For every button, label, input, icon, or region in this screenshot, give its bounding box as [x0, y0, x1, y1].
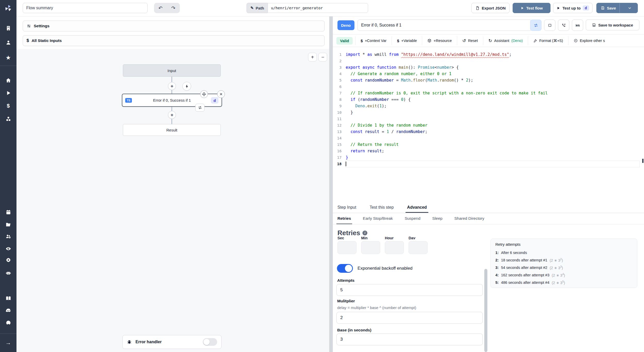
- favorites-icon[interactable]: ★: [0, 54, 16, 61]
- trigger-icon[interactable]: [182, 82, 191, 91]
- early-stop-button[interactable]: [544, 20, 555, 31]
- windmill-logo-icon[interactable]: [0, 0, 16, 16]
- input-node[interactable]: Input: [123, 64, 221, 77]
- code-line[interactable]: 8 if (randomNumber === 0) {: [333, 96, 644, 103]
- file-export-icon: [475, 6, 480, 10]
- assistant-button[interactable]: ↻Assistant (Deno): [483, 36, 528, 45]
- error-handler-toggle[interactable]: [203, 338, 217, 346]
- code-line[interactable]: 18: [333, 161, 644, 167]
- step-retry-indicator[interactable]: [195, 104, 205, 112]
- audit-logs-icon[interactable]: [0, 245, 16, 252]
- line-number: 9: [333, 104, 342, 108]
- code-editor[interactable]: 1import * as wmill from "https://deno.la…: [333, 47, 644, 202]
- tab-advanced[interactable]: Advanced: [407, 203, 427, 213]
- save-button[interactable]: Save: [597, 3, 620, 13]
- insert-step-above-button[interactable]: +: [168, 82, 176, 90]
- exponential-backoff-label: Exponential backoff enabled: [358, 266, 412, 271]
- min-input[interactable]: [361, 241, 380, 254]
- all-static-inputs-button[interactable]: $ All Static Inputs: [23, 35, 325, 46]
- code-line[interactable]: 5 const randomNumber = Math.floor(Math.r…: [333, 77, 644, 83]
- panel-splitter[interactable]: [329, 16, 333, 352]
- result-node[interactable]: Result: [123, 124, 221, 136]
- day-input[interactable]: [409, 241, 428, 254]
- discord-icon[interactable]: [0, 306, 16, 314]
- panel-scrollbar[interactable]: [484, 269, 487, 352]
- home-icon[interactable]: [0, 76, 16, 84]
- code-line[interactable]: 9 Deno.exit(1);: [333, 103, 644, 109]
- exponential-backoff-toggle[interactable]: [337, 264, 353, 273]
- test-flow-button[interactable]: Test flow: [513, 3, 550, 13]
- subtab-suspend[interactable]: Suspend: [405, 213, 420, 224]
- subtab-early-stop-break[interactable]: Early Stop/Break: [363, 213, 393, 224]
- add-context-var-button[interactable]: $+Context Var: [355, 36, 392, 45]
- delete-step-button[interactable]: ×: [217, 90, 225, 98]
- reset-button[interactable]: ↺Reset: [457, 36, 483, 45]
- variables-icon[interactable]: $: [0, 102, 16, 110]
- subtab-shared-directory[interactable]: Shared Directory: [454, 213, 484, 224]
- suspend-button[interactable]: [558, 20, 569, 31]
- github-icon[interactable]: [0, 319, 16, 327]
- move-step-button[interactable]: [200, 90, 208, 98]
- code-line[interactable]: 2: [333, 58, 644, 64]
- code-line[interactable]: 4 // Generate a random number, either 0 …: [333, 71, 644, 77]
- docs-icon[interactable]: [0, 294, 16, 302]
- retries-toggle-button[interactable]: [530, 20, 541, 31]
- tab-step-input[interactable]: Step Input: [337, 203, 356, 213]
- user-icon[interactable]: [0, 39, 16, 46]
- code-line[interactable]: 13 const result = 1 / randomNumber;: [333, 128, 644, 135]
- code-line[interactable]: 6: [333, 83, 644, 90]
- sec-input[interactable]: [337, 241, 357, 254]
- add-resource-button[interactable]: +Resource: [422, 36, 457, 45]
- hour-input[interactable]: [385, 241, 404, 254]
- flow-summary-input[interactable]: Flow summary: [23, 3, 148, 13]
- code-line[interactable]: 12 // Divide 1 by the random number: [333, 122, 644, 128]
- save-to-workspace-button[interactable]: Save to workspace: [586, 20, 639, 30]
- line-number: 12: [333, 123, 342, 127]
- tab-test-this-step[interactable]: Test this step: [370, 203, 394, 213]
- sleep-button[interactable]: [572, 20, 583, 31]
- step-title-input[interactable]: Error if 0, Success if 1: [358, 20, 532, 31]
- subtab-retries[interactable]: Retries: [337, 213, 351, 224]
- line-number: 13: [333, 130, 342, 134]
- export-json-button[interactable]: Export JSON: [471, 3, 510, 13]
- code-line[interactable]: 11: [333, 116, 644, 122]
- save-dropdown-button[interactable]: [622, 3, 638, 13]
- test-up-to-button[interactable]: Test up to d: [553, 3, 592, 13]
- code-line[interactable]: 1import * as wmill from "https://deno.la…: [333, 51, 644, 58]
- attempts-input[interactable]: 5: [336, 284, 483, 296]
- code-line[interactable]: 15 // Return the result: [333, 141, 644, 148]
- undo-icon[interactable]: ↶: [154, 5, 167, 11]
- subtab-sleep[interactable]: Sleep: [432, 213, 443, 224]
- workers-icon[interactable]: [0, 269, 16, 277]
- bug-icon: [127, 339, 132, 345]
- info-icon[interactable]: i: [362, 231, 367, 235]
- insert-step-below-button[interactable]: +: [168, 111, 176, 119]
- format-button[interactable]: Format (⌘+S): [528, 36, 568, 45]
- runs-icon[interactable]: [0, 89, 16, 97]
- canvas-zoom-in-button[interactable]: +: [308, 53, 317, 61]
- canvas-zoom-out-button[interactable]: −: [318, 53, 327, 61]
- resources-icon[interactable]: [0, 115, 16, 123]
- schedules-icon[interactable]: [0, 208, 16, 216]
- add-variable-button[interactable]: $+Variable: [392, 36, 422, 45]
- settings-icon[interactable]: [0, 256, 16, 264]
- flow-settings-button[interactable]: Settings: [23, 21, 325, 31]
- code-line[interactable]: 7 // If randomNumber is 0, exit the scri…: [333, 90, 644, 96]
- expand-sidebar-icon[interactable]: →: [0, 339, 16, 347]
- code-line[interactable]: 17}: [333, 154, 644, 161]
- code-line[interactable]: 14: [333, 135, 644, 141]
- base-input[interactable]: 3: [336, 333, 483, 345]
- workspace-icon[interactable]: [0, 24, 16, 32]
- code-line[interactable]: 10 }: [333, 109, 644, 116]
- code-line[interactable]: 16 return result;: [333, 148, 644, 154]
- folders-icon[interactable]: [0, 221, 16, 228]
- groups-icon[interactable]: [0, 232, 16, 240]
- path-input[interactable]: u/henri/error_generator: [268, 3, 368, 13]
- multiplier-input[interactable]: 2: [336, 312, 483, 324]
- code-line[interactable]: 3export async function main(): Promise<n…: [333, 64, 644, 71]
- error-handler-box[interactable]: Error handler: [122, 335, 222, 349]
- redo-icon[interactable]: ↷: [167, 5, 180, 11]
- retry-attempt-row: 5:486 seconds after attempt #4(2 ∗ 35): [495, 279, 632, 286]
- step-editor-panel: Deno Error if 0, Success if 1: [333, 16, 644, 352]
- explore-scripts-button[interactable]: Explore other s: [568, 36, 610, 45]
